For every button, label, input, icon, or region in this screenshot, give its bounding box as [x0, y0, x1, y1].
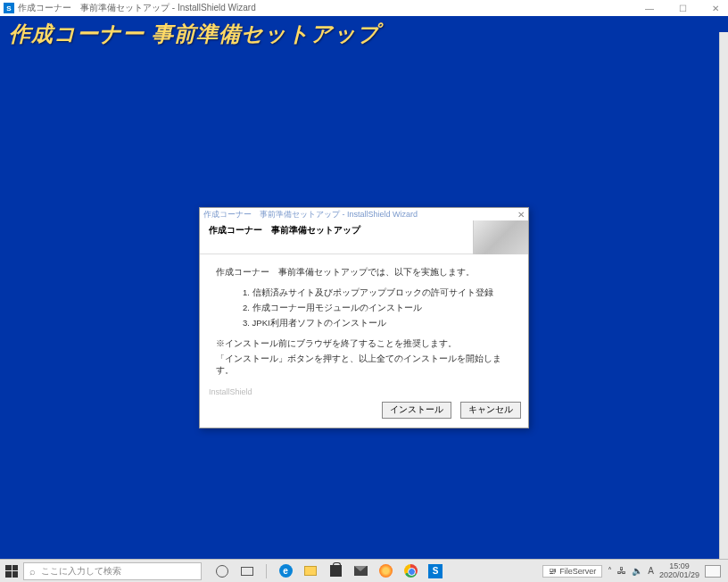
- dialog-steps: 1. 信頼済みサイト及びポップアップブロックの許可サイト登録 2. 作成コーナー…: [216, 287, 512, 329]
- file-explorer-icon[interactable]: [302, 563, 318, 579]
- close-button[interactable]: ✕: [707, 4, 724, 13]
- dialog-titlebar: 作成コーナー 事前準備セットアップ - InstallShield Wizard…: [200, 208, 528, 220]
- clock-date: 2020/01/29: [659, 571, 699, 580]
- desktop-area: 作成コーナー 事前準備セットアップ 作成コーナー 事前準備セットアップ - In…: [0, 16, 728, 559]
- search-input[interactable]: ⌕ ここに入力して検索: [23, 562, 202, 580]
- taskbar: ⌕ ここに入力して検索 e S 🖳 FileServer ˄ 🖧 🔈 A 15:…: [0, 559, 728, 582]
- vertical-scrollbar[interactable]: [719, 32, 728, 559]
- taskbar-icons: e S: [209, 563, 449, 579]
- dialog-note-1: ※インストール前にブラウザを終了することを推奨します。: [216, 338, 512, 350]
- start-button[interactable]: [0, 560, 23, 583]
- fileserver-label: FileServer: [559, 567, 596, 576]
- chrome-icon[interactable]: [402, 563, 418, 579]
- firefox-icon[interactable]: [377, 563, 393, 579]
- window-controls: — ☐ ✕: [640, 4, 724, 13]
- server-icon: 🖳: [549, 567, 557, 576]
- dialog-body: 作成コーナー 事前準備セットアップでは、以下を実施します。 1. 信頼済みサイト…: [200, 254, 528, 386]
- search-icon: ⌕: [29, 566, 36, 577]
- dialog-note-2: 「インストール」ボタンを押すと、以上全てのインストールを開始します。: [216, 353, 512, 377]
- dialog-footer: InstallShield インストール キャンセル: [200, 386, 528, 428]
- windows-logo-icon: [5, 565, 18, 578]
- network-icon[interactable]: 🖧: [617, 566, 626, 576]
- ime-icon[interactable]: A: [648, 566, 654, 576]
- outer-title: 作成コーナー 事前準備セットアップ - InstallShield Wizard: [18, 2, 640, 14]
- dialog-intro: 作成コーナー 事前準備セットアップでは、以下を実施します。: [216, 267, 512, 279]
- fileserver-indicator[interactable]: 🖳 FileServer: [542, 565, 602, 578]
- edge-icon[interactable]: e: [277, 563, 294, 579]
- installshield-label: InstallShield: [207, 387, 521, 396]
- app-icon-taskbar[interactable]: S: [427, 563, 443, 579]
- cancel-button[interactable]: キャンセル: [460, 402, 521, 419]
- dialog-titlebar-text: 作成コーナー 事前準備セットアップ - InstallShield Wizard: [203, 209, 418, 220]
- app-icon: S: [4, 3, 14, 13]
- dialog-close-button[interactable]: ✕: [517, 210, 525, 220]
- outer-titlebar: S 作成コーナー 事前準備セットアップ - InstallShield Wiza…: [0, 0, 728, 16]
- install-dialog: 作成コーナー 事前準備セットアップ - InstallShield Wizard…: [199, 207, 529, 428]
- mail-icon[interactable]: [352, 563, 368, 579]
- install-button[interactable]: インストール: [382, 402, 451, 419]
- system-tray: 🖳 FileServer ˄ 🖧 🔈 A 15:09 2020/01/29: [535, 562, 728, 580]
- tray-chevron-icon[interactable]: ˄: [608, 566, 612, 576]
- dialog-header-title: 作成コーナー 事前準備セットアップ: [200, 220, 473, 254]
- minimize-button[interactable]: —: [640, 4, 659, 13]
- cortana-icon[interactable]: [214, 563, 230, 579]
- step-2: 2. 作成コーナー用モジュールのインストール: [243, 303, 512, 314]
- step-1: 1. 信頼済みサイト及びポップアップブロックの許可サイト登録: [243, 287, 512, 299]
- dialog-header: 作成コーナー 事前準備セットアップ: [200, 220, 528, 254]
- maximize-button[interactable]: ☐: [674, 4, 692, 13]
- banner-title: 作成コーナー 事前準備セットアップ: [9, 20, 380, 48]
- action-center-icon[interactable]: [705, 565, 721, 578]
- separator: [266, 564, 267, 578]
- clock[interactable]: 15:09 2020/01/29: [659, 562, 699, 580]
- outer-window: S 作成コーナー 事前準備セットアップ - InstallShield Wiza…: [0, 0, 728, 559]
- step-3: 3. JPKI利用者ソフトのインストール: [243, 318, 512, 329]
- volume-icon[interactable]: 🔈: [632, 566, 642, 576]
- search-placeholder: ここに入力して検索: [41, 565, 121, 578]
- dialog-header-image: [473, 220, 528, 254]
- store-icon[interactable]: [327, 563, 343, 579]
- task-view-icon[interactable]: [239, 563, 255, 579]
